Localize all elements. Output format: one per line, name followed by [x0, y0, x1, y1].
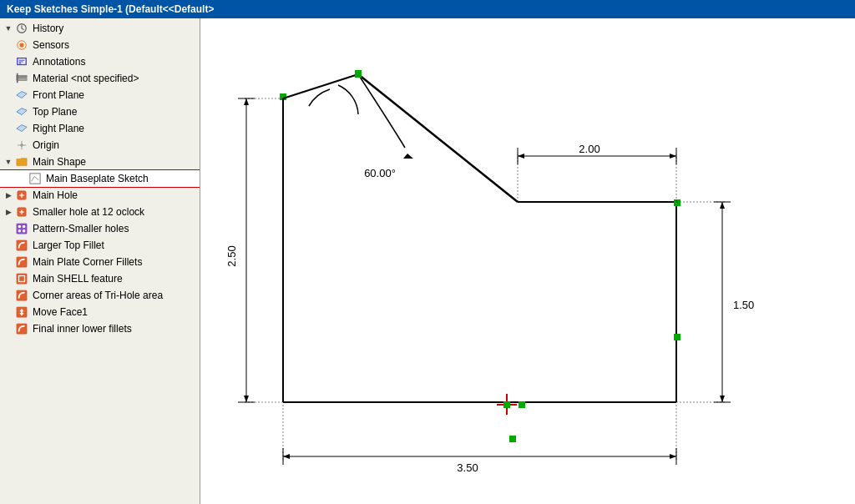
tree-item-move-face1[interactable]: Move Face1 [0, 304, 200, 320]
tree-item-label: Main Shape [33, 156, 86, 168]
tree-item-main-shape[interactable]: ▼Main Shape [0, 154, 200, 170]
tree-expander [3, 40, 13, 50]
angle-label: 60.00° [364, 167, 396, 179]
tree-item-front-plane[interactable]: Front Plane [0, 87, 200, 103]
tree-item-label: Sensors [33, 39, 69, 51]
tree-item-label: Main Plate Corner Fillets [33, 256, 142, 268]
tree-expander[interactable]: ▶ [3, 190, 13, 200]
dim-label-200: 2.00 [579, 143, 600, 155]
fillet-icon [15, 289, 28, 302]
pattern-icon [15, 222, 28, 235]
dim-arrow-step-top [720, 202, 725, 209]
constraint-pt-right-mid [674, 334, 680, 340]
svg-rect-10 [17, 78, 27, 81]
tree-item-larger-top-fillet[interactable]: Larger Top Fillet [0, 237, 200, 254]
feature-tree-panel: ▼HistorySensorsAAnnotationsMaterial <not… [0, 18, 200, 504]
annotations-icon: A [15, 55, 28, 68]
tree-expander [3, 140, 13, 150]
svg-rect-39 [17, 324, 27, 334]
angle-arc [309, 89, 330, 106]
tree-item-sensors[interactable]: Sensors [0, 37, 200, 53]
svg-rect-34 [17, 274, 27, 284]
svg-point-31 [23, 229, 26, 233]
tree-item-label: Larger Top Fillet [33, 239, 104, 251]
shell-icon [15, 272, 28, 285]
tree-item-label: Right Plane [33, 123, 84, 134]
tree-item-label: Final inner lower fillets [33, 323, 132, 335]
tree-item-right-plane[interactable]: Right Plane [0, 120, 200, 137]
move-icon [15, 305, 28, 319]
origin-icon [15, 139, 28, 152]
svg-rect-11 [17, 73, 18, 83]
svg-point-29 [23, 225, 26, 229]
svg-rect-18 [30, 174, 40, 184]
svg-rect-36 [17, 290, 27, 300]
sketch-icon [28, 172, 42, 185]
tree-item-main-shell-feature[interactable]: Main SHELL feature [0, 270, 200, 287]
svg-marker-12 [17, 92, 27, 98]
sensors-icon [15, 38, 28, 52]
fillet-icon [15, 255, 28, 269]
tree-item-annotations[interactable]: AAnnotations [0, 53, 200, 70]
sketch-arc-angle [358, 74, 405, 148]
tree-item-label: Front Plane [33, 89, 84, 101]
dim-label-150: 1.50 [733, 299, 754, 311]
tree-expander[interactable]: ▼ [3, 157, 13, 167]
tree-expander [17, 174, 27, 184]
tree-item-label: Main Hole [33, 189, 78, 201]
sketch-svg: 2.00 2.50 1.50 3.50 [200, 18, 855, 504]
material-icon [15, 72, 28, 85]
dim-label-350: 3.50 [457, 461, 478, 474]
tree-item-label: Pattern-Smaller holes [33, 223, 129, 234]
svg-point-17 [20, 144, 23, 147]
tree-item-main-hole[interactable]: ▶Main Hole [0, 187, 200, 204]
svg-point-28 [18, 225, 22, 229]
constraint-pt-top [355, 71, 362, 78]
plane-icon [15, 122, 28, 135]
tree-item-label: Main SHELL feature [33, 273, 123, 285]
tree-item-final-inner-fillets[interactable]: Final inner lower fillets [0, 320, 200, 337]
tree-item-history[interactable]: ▼History [0, 20, 200, 37]
tree-item-label: Main Baseplate Sketch [46, 173, 149, 184]
tree-expander [3, 307, 13, 317]
sketch-angle-arc [338, 85, 358, 114]
dim-arrow-right [670, 154, 676, 159]
tree-expander[interactable]: ▶ [3, 207, 13, 217]
dim-arrow-left [518, 154, 524, 159]
tree-item-pattern-smaller[interactable]: Pattern-Smaller holes [0, 220, 200, 237]
tree-item-main-plate-corner-fillets[interactable]: Main Plate Corner Fillets [0, 254, 200, 270]
tree-item-smaller-hole[interactable]: ▶Smaller hole at 12 oclock [0, 204, 200, 220]
plane-icon [15, 105, 28, 118]
tree-item-origin[interactable]: Origin [0, 137, 200, 154]
constraint-pt-origin-right [519, 401, 525, 408]
svg-rect-33 [17, 257, 27, 267]
svg-line-2 [22, 28, 24, 30]
tree-item-label: Move Face1 [33, 306, 88, 318]
tree-expander [3, 57, 13, 67]
feature-icon [15, 205, 28, 219]
tree-expander [3, 224, 13, 234]
svg-rect-9 [17, 76, 27, 78]
tree-expander [3, 123, 13, 134]
tree-expander [3, 274, 13, 284]
tree-item-top-plane[interactable]: Top Plane [0, 103, 200, 120]
constraint-pt-origin-left [503, 401, 510, 408]
svg-rect-32 [17, 240, 27, 250]
angle-arc-arrow [403, 154, 413, 159]
tree-item-label: Annotations [33, 56, 85, 68]
dim-label-250: 2.50 [225, 245, 238, 266]
dim-arrow-step-bottom [720, 396, 725, 402]
tree-item-label: History [33, 23, 63, 34]
tree-expander [3, 73, 13, 83]
dim-arrow-bottom [244, 396, 249, 402]
tree-expander[interactable]: ▼ [3, 23, 13, 33]
feature-icon [15, 189, 28, 202]
fillet-icon [15, 239, 28, 252]
tree-item-label: Origin [33, 139, 59, 151]
tree-item-corner-areas[interactable]: Corner areas of Tri-Hole area [0, 287, 200, 304]
tree-item-material[interactable]: Material <not specified> [0, 70, 200, 87]
tree-expander [3, 324, 13, 334]
svg-point-30 [18, 229, 22, 233]
tree-item-main-baseplate-sketch[interactable]: Main Baseplate Sketch [0, 170, 200, 187]
constraint-pt-bottom-center [509, 436, 516, 442]
